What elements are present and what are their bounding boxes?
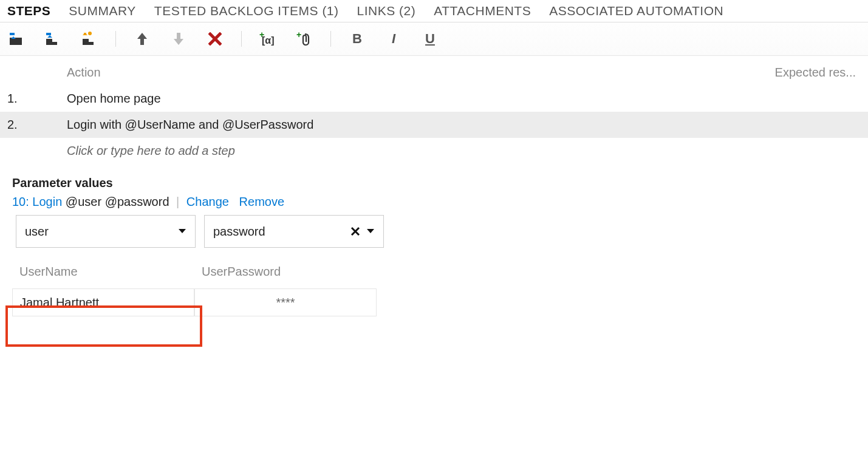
insert-step-before-icon[interactable] [43,30,63,48]
user-param-select[interactable]: user [16,215,196,248]
italic-button[interactable]: I [383,30,404,48]
parameter-table-header: UserName UserPassword [12,261,856,282]
cell-userpassword[interactable]: **** [194,288,377,316]
parameter-title: Parameter values [12,176,856,190]
toolbar: + [α] + B I U [0,22,868,56]
shared-param-args: @user @password [66,195,169,208]
insert-shared-step-icon[interactable] [79,30,100,48]
col-username: UserName [12,265,194,279]
add-step-placeholder[interactable]: Click or type here to add a step [0,138,868,168]
underline-button[interactable]: U [420,30,440,48]
password-param-select-label: password [213,225,265,239]
move-up-icon[interactable] [132,30,152,48]
remove-link[interactable]: Remove [239,195,284,208]
parameter-link-line: 10: Login @user @password | Change Remov… [12,195,856,209]
parameter-section: Parameter values 10: Login @user @passwo… [0,168,868,325]
parameter-table: UserName UserPassword Jamal Hartnett ***… [12,261,856,316]
col-action-header: Action [62,66,739,80]
toolbar-separator [330,31,331,47]
parameter-mapping-row: user password [12,215,856,248]
chevron-down-icon [178,228,186,234]
tab-links[interactable]: LINKS (2) [357,4,416,18]
step-action[interactable]: Login with @UserName and @UserPassword [62,118,861,132]
delete-icon[interactable] [205,30,225,48]
password-param-select[interactable]: password [204,215,384,248]
shared-param-link[interactable]: 10: Login [12,195,62,208]
tab-attachments[interactable]: ATTACHMENTS [434,4,531,18]
col-userpassword: UserPassword [194,265,377,279]
svg-text:+: + [296,32,301,39]
add-parameter-icon[interactable]: + [α] [258,30,278,48]
step-number: 2. [7,118,62,132]
col-expected-header: Expected res... [739,66,861,80]
step-row[interactable]: 1. Open home page [0,86,868,112]
clear-icon[interactable] [350,227,360,236]
col-number [7,66,62,80]
insert-step-icon[interactable] [6,30,27,48]
bold-button[interactable]: B [347,30,367,48]
toolbar-separator [115,31,116,47]
step-row[interactable]: 2. Login with @UserName and @UserPasswor… [0,112,868,138]
step-number: 1. [7,92,62,106]
change-link[interactable]: Change [186,195,229,208]
add-attachment-icon[interactable]: + [294,30,315,48]
svg-text:[α]: [α] [262,35,275,46]
step-action[interactable]: Open home page [62,92,861,106]
tab-automation[interactable]: ASSOCIATED AUTOMATION [549,4,723,18]
move-down-icon[interactable] [168,30,189,48]
parameter-table-row[interactable]: Jamal Hartnett **** [12,288,856,316]
tab-steps[interactable]: STEPS [7,4,50,18]
tab-backlog[interactable]: TESTED BACKLOG ITEMS (1) [154,4,339,18]
user-param-select-label: user [25,225,49,239]
steps-header: Action Expected res... [0,56,868,86]
tab-summary[interactable]: SUMMARY [69,4,135,18]
toolbar-separator [241,31,242,47]
pipe-separator: | [176,195,179,208]
svg-point-2 [88,32,92,35]
tabs-bar: STEPS SUMMARY TESTED BACKLOG ITEMS (1) L… [0,0,868,22]
chevron-down-icon [366,228,375,234]
cell-username[interactable]: Jamal Hartnett [12,288,194,316]
